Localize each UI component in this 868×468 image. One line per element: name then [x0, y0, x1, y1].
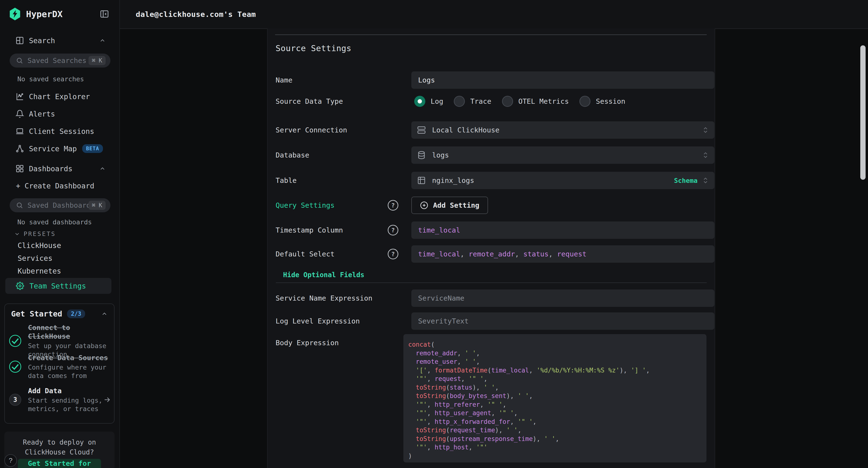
- preset-clickhouse[interactable]: ClickHouse: [18, 241, 61, 250]
- sidebar-item-client-sessions[interactable]: Client Sessions: [0, 124, 119, 138]
- service-name-input[interactable]: ServiceName: [411, 290, 714, 307]
- preset-kubernetes[interactable]: Kubernetes: [18, 267, 61, 275]
- search-section-icon: [16, 36, 24, 45]
- sidebar-item-chart-explorer[interactable]: Chart Explorer: [0, 90, 119, 103]
- get-started-free-button[interactable]: Get Started for Free: [18, 459, 101, 468]
- presets-toggle[interactable]: PRESETS: [14, 230, 56, 237]
- select-chevrons-icon: [702, 177, 709, 184]
- source-data-type-label: Source Data Type: [276, 93, 343, 110]
- default-select-input[interactable]: time_local, remote_addr, status, request: [411, 245, 714, 263]
- schema-link[interactable]: Schema: [674, 177, 698, 184]
- chevron-up-icon[interactable]: [101, 311, 108, 317]
- query-settings-row: Query Settings ? Add Setting: [276, 197, 707, 214]
- name-input[interactable]: Logs: [411, 71, 714, 89]
- sidebar-item-team-settings[interactable]: Team Settings: [5, 278, 112, 294]
- name-value: Logs: [418, 76, 435, 84]
- get-started-title: Get Started: [11, 309, 62, 318]
- code-line: '"', http_host, '"': [408, 443, 702, 452]
- server-connection-select[interactable]: Local ClickHouse: [411, 121, 714, 139]
- code-line: '"', http_user_agent, '" ',: [408, 409, 702, 417]
- source-data-type-options: LogTraceOTEL MetricsSession: [414, 93, 625, 110]
- sidebar-item-label: Dashboards: [29, 165, 72, 173]
- radio-log[interactable]: Log: [414, 96, 443, 107]
- hide-optional-fields-button[interactable]: Hide Optional Fields: [283, 271, 364, 279]
- source-data-type-row: Source Data Type LogTraceOTEL MetricsSes…: [276, 93, 707, 110]
- get-started-header[interactable]: Get Started 2/3: [11, 309, 108, 318]
- create-dashboard-button[interactable]: + Create Dashboard: [16, 182, 94, 190]
- radio-otel-metrics[interactable]: OTEL Metrics: [502, 96, 569, 107]
- sidebar-item-label: Client Sessions: [29, 127, 94, 136]
- code-line: '"', http_referer, '" ',: [408, 401, 702, 409]
- chevron-up-icon[interactable]: [99, 37, 106, 44]
- database-icon: [417, 151, 426, 159]
- help-icon[interactable]: ?: [388, 225, 398, 235]
- radio-unselected-icon[interactable]: [579, 96, 590, 107]
- radio-selected-icon[interactable]: [414, 96, 425, 107]
- radio-session[interactable]: Session: [579, 96, 625, 107]
- sidebar-collapse-button[interactable]: [100, 9, 109, 19]
- sidebar-item-label: Service Map: [29, 145, 77, 153]
- saved-dashboards-placeholder: Saved Dashboards: [28, 201, 95, 209]
- body-expression-label: Body Expression: [276, 337, 339, 349]
- timestamp-column-row: Timestamp Column ? time_local: [276, 222, 707, 239]
- sidebar-item-search[interactable]: Search: [0, 34, 119, 47]
- beta-badge: BETA: [82, 144, 103, 153]
- bell-icon: [16, 110, 24, 118]
- get-started-item-add-data[interactable]: 3Add DataStart sending logs, metrics, or…: [9, 386, 111, 413]
- add-setting-button[interactable]: Add Setting: [411, 197, 488, 214]
- code-line: toString(body_bytes_sent), ' ',: [408, 392, 702, 401]
- radio-unselected-icon[interactable]: [502, 96, 513, 107]
- code-line: ): [408, 452, 702, 461]
- database-label: Database: [276, 146, 309, 164]
- scrollbar[interactable]: [860, 46, 866, 180]
- database-value: logs: [432, 151, 449, 159]
- clickhouse-cloud-card: Ready to deploy on ClickHouse Cloud? Get…: [4, 432, 115, 468]
- log-level-input[interactable]: SeverityText: [411, 313, 714, 330]
- radio-label: Log: [431, 97, 443, 106]
- brand-name: HyperDX: [26, 9, 63, 19]
- help-icon[interactable]: ?: [388, 249, 398, 259]
- team-settings-label: Team Settings: [29, 282, 86, 290]
- get-started-card: Get Started 2/3 Connect to ClickHouseSet…: [4, 303, 115, 423]
- radio-unselected-icon[interactable]: [454, 96, 465, 107]
- team-title: dale@clickhouse.com's Team: [136, 10, 256, 19]
- sidebar-item-dashboards[interactable]: Dashboards: [0, 162, 119, 175]
- help-button[interactable]: ?: [4, 454, 17, 467]
- chevron-up-icon[interactable]: [99, 165, 106, 172]
- timestamp-column-input[interactable]: time_local: [411, 222, 714, 239]
- table-select[interactable]: nginx_logs Schema: [411, 172, 714, 189]
- no-saved-searches-note: No saved searches: [18, 75, 84, 83]
- saved-searches-input[interactable]: Saved Searches ⌘ K: [10, 54, 111, 67]
- help-icon[interactable]: ?: [388, 200, 398, 211]
- log-level-row: Log Level Expression SeverityText: [276, 313, 707, 330]
- arrow-right-icon: [103, 396, 111, 403]
- default-select-row: Default Select ? time_local, remote_addr…: [276, 245, 707, 263]
- service-map-icon: [16, 144, 24, 153]
- sidebar: HyperDX Search Saved Searches ⌘ K No sav…: [0, 0, 120, 468]
- database-select[interactable]: logs: [411, 146, 714, 164]
- service-name-label: Service Name Expression: [276, 290, 373, 307]
- log-level-label: Log Level Expression: [276, 313, 360, 330]
- radio-label: Session: [596, 97, 625, 106]
- service-name-row: Service Name Expression ServiceName: [276, 290, 707, 307]
- server-connection-label: Server Connection: [276, 121, 347, 139]
- get-started-item-title: Add Data: [28, 386, 103, 395]
- saved-dashboards-input[interactable]: Saved Dashboards ⌘ K: [10, 198, 111, 212]
- log-level-placeholder: SeverityText: [418, 317, 469, 325]
- source-settings-panel: Source Settings Name Logs Source Data Ty…: [267, 28, 715, 468]
- presets-label: PRESETS: [24, 230, 56, 237]
- radio-trace[interactable]: Trace: [454, 96, 491, 107]
- table-value: nginx_logs: [432, 176, 474, 184]
- name-label: Name: [276, 71, 292, 89]
- topbar: dale@clickhouse.com's Team: [120, 0, 868, 29]
- saved-searches-placeholder: Saved Searches: [28, 56, 86, 65]
- body-expression-editor[interactable]: concat( remote_addr, ' ', remote_user, '…: [403, 334, 707, 463]
- preset-services[interactable]: Services: [18, 254, 53, 262]
- plus-circle-icon: [420, 201, 428, 209]
- get-started-item-create-data-sources[interactable]: Create Data SourcesConfigure where your …: [9, 353, 111, 380]
- sidebar-item-service-map[interactable]: Service MapBETA: [0, 142, 119, 155]
- get-started-item-desc: Configure where your data comes from: [28, 363, 111, 380]
- server-connection-value: Local ClickHouse: [432, 126, 499, 134]
- sidebar-item-alerts[interactable]: Alerts: [0, 107, 119, 121]
- search-icon: [16, 202, 23, 209]
